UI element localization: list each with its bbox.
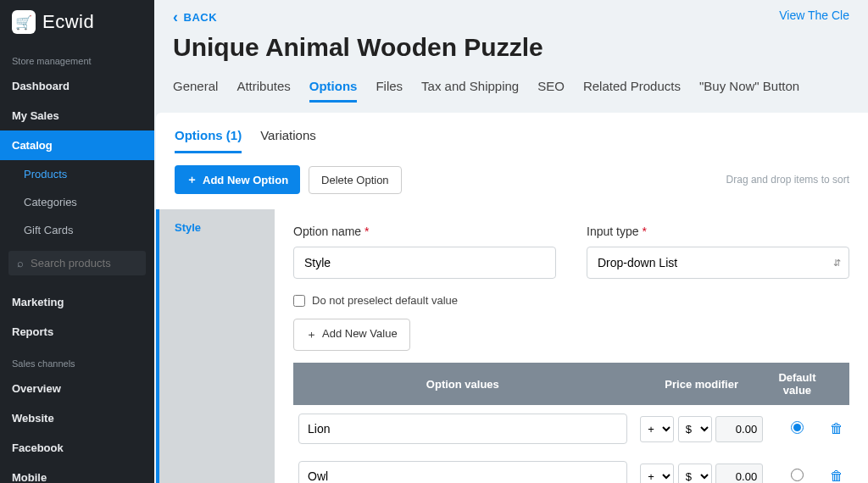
product-tabs: General Attributes Options Files Tax and… [154,79,868,113]
search-input[interactable] [31,257,173,269]
add-new-option-button[interactable]: ＋ Add New Option [175,165,300,194]
tab-attributes[interactable]: Attributes [236,79,290,103]
view-store-link[interactable]: View The Cle [779,8,849,26]
subtab-options[interactable]: Options (1) [175,128,242,153]
option-value-input[interactable] [298,414,627,444]
sidebar-item-my-sales[interactable]: My Sales [0,101,154,130]
table-row: + $ 🗑 [293,452,849,483]
table-row: + $ 🗑 [293,405,849,452]
add-value-label: Add New Value [322,327,398,342]
th-default-value: Default value [771,363,824,405]
tab-seo[interactable]: SEO [537,79,565,103]
sidebar-item-gift-cards[interactable]: Gift Cards [0,216,154,244]
price-modifier-input[interactable] [715,416,763,442]
preselect-checkbox-row[interactable]: Do not preselect default value [293,294,849,307]
sidebar: 🛒 Ecwid Store management Dashboard My Sa… [0,0,154,483]
preselect-checkbox[interactable] [293,295,305,307]
drag-hint: Drag and drop items to sort [726,174,849,186]
add-option-label: Add New Option [203,174,288,186]
option-name-label: Option name [293,225,556,238]
default-value-radio[interactable] [791,421,804,434]
sidebar-item-marketing[interactable]: Marketing [0,287,154,317]
price-sign-select[interactable]: + [640,416,674,442]
price-modifier-input[interactable] [715,464,763,484]
tab-related-products[interactable]: Related Products [583,79,681,103]
trash-icon[interactable]: 🗑 [830,469,843,483]
tab-options[interactable]: Options [309,79,358,103]
sidebar-item-mobile[interactable]: Mobile [0,463,154,483]
tab-general[interactable]: General [173,79,218,103]
sidebar-item-reports[interactable]: Reports [0,317,154,347]
price-unit-select[interactable]: $ [678,464,712,484]
subtab-variations[interactable]: Variations [260,128,316,153]
search-icon: ⌕ [17,257,24,269]
cart-icon: 🛒 [12,10,36,34]
input-type-select[interactable]: Drop-down List [587,247,849,279]
plus-icon: ＋ [306,327,317,342]
delete-option-button[interactable]: Delete Option [309,166,402,194]
price-unit-select[interactable]: $ [678,416,712,442]
sidebar-item-dashboard[interactable]: Dashboard [0,71,154,101]
tab-tax-shipping[interactable]: Tax and Shipping [421,79,519,103]
th-option-values: Option values [293,363,632,405]
main-content: ‹ BACK View The Cle Unique Animal Wooden… [154,0,868,483]
default-value-radio[interactable] [791,469,804,481]
sidebar-item-catalog[interactable]: Catalog [0,130,154,160]
price-sign-select[interactable]: + [640,464,674,484]
option-selector-side: Style [156,209,275,483]
back-button[interactable]: ‹ BACK [173,8,217,26]
sidebar-section-sales-channels: Sales channels [0,347,154,374]
option-value-input[interactable] [298,461,627,483]
brand-name: Ecwid [42,11,94,33]
options-panel: Options (1) Variations ＋ Add New Option … [156,113,868,483]
sidebar-item-categories[interactable]: Categories [0,188,154,216]
plus-icon: ＋ [186,172,198,187]
input-type-label: Input type [587,225,849,238]
back-label: BACK [184,11,218,24]
th-price-modifier: Price modifier [632,363,771,405]
tab-buy-now[interactable]: "Buy Now" Button [699,79,799,103]
page-title: Unique Animal Wooden Puzzle [154,26,868,79]
sidebar-item-products[interactable]: Products [0,160,154,188]
brand-logo[interactable]: 🛒 Ecwid [0,0,154,44]
sidebar-item-facebook[interactable]: Facebook [0,433,154,463]
sidebar-section-store: Store management [0,44,154,71]
tab-files[interactable]: Files [376,79,403,103]
chevron-left-icon: ‹ [173,8,179,26]
search-products[interactable]: ⌕ [8,251,146,275]
option-selector-style[interactable]: Style [175,221,259,234]
option-values-table: Option values Price modifier Default val… [293,363,849,483]
option-name-input[interactable] [293,247,556,279]
add-new-value-button[interactable]: ＋ Add New Value [293,319,410,351]
sidebar-item-overview[interactable]: Overview [0,374,154,403]
sidebar-item-website[interactable]: Website [0,403,154,433]
preselect-label: Do not preselect default value [312,294,458,307]
trash-icon[interactable]: 🗑 [830,421,843,436]
